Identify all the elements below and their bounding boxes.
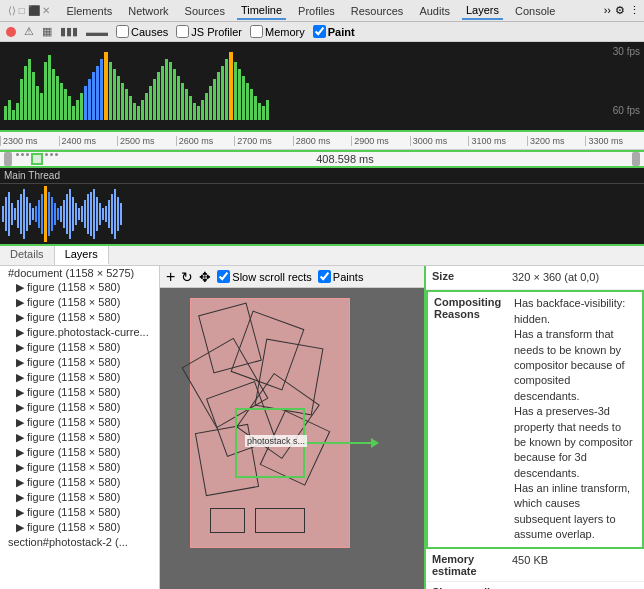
nav-icons: ⟨⟩ □ ⬛ ✕	[4, 3, 54, 18]
compositing-label: Compositing Reasons	[434, 296, 514, 542]
tab-network[interactable]: Network	[124, 3, 172, 19]
selection-bar[interactable]: 408.598 ms	[0, 150, 644, 168]
tick-2500: 2500 ms	[117, 136, 176, 146]
tree-item-figure-photostack[interactable]: ▶ figure.photostack-curre...	[0, 325, 159, 340]
tab-timeline[interactable]: Timeline	[237, 2, 286, 20]
tab-profiles[interactable]: Profiles	[294, 3, 339, 19]
slow-scroll-label[interactable]: Slow scroll rects	[217, 270, 311, 283]
selection-dots	[16, 153, 58, 165]
jsprofiler-checkbox[interactable]	[176, 25, 189, 38]
tab-details[interactable]: Details	[0, 246, 55, 265]
tree-item-figure-13[interactable]: ▶ figure (1158 × 580)	[0, 460, 159, 475]
tree-item-figure-17[interactable]: ▶ figure (1158 × 580)	[0, 520, 159, 535]
tick-2600: 2600 ms	[176, 136, 235, 146]
tick-3300: 3300 ms	[585, 136, 644, 146]
settings-icon[interactable]: ⚙	[615, 4, 625, 17]
layer-label: photostack s...	[245, 435, 307, 447]
tree-item-figure-16[interactable]: ▶ figure (1158 × 580)	[0, 505, 159, 520]
slow-scroll-checkbox[interactable]	[217, 270, 230, 283]
tab-audits[interactable]: Audits	[415, 3, 454, 19]
selection-region[interactable]	[31, 153, 43, 165]
slow-scroll-row: Slow scroll regions	[426, 582, 644, 589]
dots-icon[interactable]: ⋮	[629, 4, 640, 17]
memory-checkbox[interactable]	[250, 25, 263, 38]
layers-tree-panel: #document (1158 × 5275) ▶ figure (1158 ×…	[0, 266, 160, 589]
layer-info-panel: Size 320 × 360 (at 0,0) Compositing Reas…	[424, 266, 644, 589]
tick-2800: 2800 ms	[293, 136, 352, 146]
paints-label[interactable]: Paints	[318, 270, 364, 283]
memory-label: Memory estimate	[432, 553, 512, 577]
flamechart-button[interactable]: ▬▬	[86, 26, 108, 38]
compositing-row: Compositing Reasons Has backface-visibil…	[426, 290, 644, 548]
paints-checkbox[interactable]	[318, 270, 331, 283]
ruler-ticks: 2300 ms 2400 ms 2500 ms 2600 ms 2700 ms …	[0, 136, 644, 146]
filter-button[interactable]: ▦	[42, 25, 52, 38]
selection-handle-right[interactable]	[632, 152, 640, 166]
memory-row: Memory estimate 450 KB	[426, 549, 644, 582]
devtools-toolbar: ⟨⟩ □ ⬛ ✕ Elements Network Sources Timeli…	[0, 0, 644, 22]
tab-layers[interactable]: Layers	[55, 246, 109, 265]
tree-item-figure-15[interactable]: ▶ figure (1158 × 580)	[0, 490, 159, 505]
fps-60-label: 60 fps	[613, 105, 640, 116]
nav-tabs: ⟨⟩ □ ⬛ ✕ Elements Network Sources Timeli…	[4, 2, 559, 20]
plus-icon[interactable]: +	[166, 268, 175, 286]
tree-item-figure-2[interactable]: ▶ figure (1158 × 580)	[0, 295, 159, 310]
timeline-chart-area: 30 fps 60 fps	[0, 42, 644, 132]
selection-arrow	[305, 442, 375, 444]
tick-3000: 3000 ms	[410, 136, 469, 146]
layer-visualization: photostack s...	[160, 288, 424, 589]
tree-item-figure-10[interactable]: ▶ figure (1158 × 580)	[0, 415, 159, 430]
canvas-panel: + ↻ ✥ Slow scroll rects Paints	[160, 266, 424, 589]
tree-item-figure-11[interactable]: ▶ figure (1158 × 580)	[0, 430, 159, 445]
main-thread-header: Main Thread	[0, 168, 644, 184]
causes-checkbox[interactable]	[116, 25, 129, 38]
tree-item-figure-7[interactable]: ▶ figure (1158 × 580)	[0, 370, 159, 385]
size-row: Size 320 × 360 (at 0,0)	[426, 266, 644, 290]
move-icon[interactable]: ✥	[199, 269, 211, 285]
layer-rect-bottom-1	[210, 508, 245, 533]
detail-tabs: Details Layers	[0, 246, 644, 266]
selection-handle-left[interactable]	[4, 152, 12, 166]
slow-scroll-regions-label: Slow scroll regions	[432, 586, 512, 589]
tree-item-figure-5[interactable]: ▶ figure (1158 × 580)	[0, 340, 159, 355]
memory-checkbox-label[interactable]: Memory	[250, 25, 305, 38]
record-button[interactable]	[6, 27, 16, 37]
more-icon[interactable]: ››	[604, 4, 611, 17]
toolbar-right: ›› ⚙ ⋮	[604, 4, 640, 17]
tab-resources[interactable]: Resources	[347, 3, 408, 19]
tick-2300: 2300 ms	[0, 136, 59, 146]
tree-item-figure-1[interactable]: ▶ figure (1158 × 580)	[0, 280, 159, 295]
paint-checkbox[interactable]	[313, 25, 326, 38]
memory-value: 450 KB	[512, 553, 638, 577]
timeline-controls: ⚠ ▦ ▮▮▮ ▬▬ Causes JS Profiler Memory Pai…	[0, 22, 644, 42]
tree-item-figure-8[interactable]: ▶ figure (1158 × 580)	[0, 385, 159, 400]
tree-item-figure-12[interactable]: ▶ figure (1158 × 580)	[0, 445, 159, 460]
tick-2700: 2700 ms	[234, 136, 293, 146]
tree-item-section[interactable]: section#photostack-2 (...	[0, 535, 159, 549]
tree-item-figure-3[interactable]: ▶ figure (1158 × 580)	[0, 310, 159, 325]
rotate-icon[interactable]: ↻	[181, 269, 193, 285]
paint-checkbox-label[interactable]: Paint	[313, 25, 355, 38]
canvas-toolbar: + ↻ ✥ Slow scroll rects Paints	[160, 266, 424, 288]
size-value: 320 × 360 (at 0,0)	[512, 270, 638, 285]
size-label: Size	[432, 270, 512, 285]
fps-30-label: 30 fps	[613, 46, 640, 57]
tab-sources[interactable]: Sources	[181, 3, 229, 19]
causes-checkbox-label[interactable]: Causes	[116, 25, 168, 38]
compositing-value: Has backface-visibility: hidden. Has a t…	[514, 296, 636, 542]
time-ruler: 2300 ms 2400 ms 2500 ms 2600 ms 2700 ms …	[0, 132, 644, 150]
screenshot-button[interactable]: ▮▮▮	[60, 25, 78, 38]
tree-item-figure-9[interactable]: ▶ figure (1158 × 580)	[0, 400, 159, 415]
tab-layers[interactable]: Layers	[462, 2, 503, 20]
tab-elements[interactable]: Elements	[62, 3, 116, 19]
layer-rect-bottom-2	[255, 508, 305, 533]
tab-console[interactable]: Console	[511, 3, 559, 19]
tree-item-figure-14[interactable]: ▶ figure (1158 × 580)	[0, 475, 159, 490]
clear-button[interactable]: ⚠	[24, 25, 34, 38]
jsprofiler-checkbox-label[interactable]: JS Profiler	[176, 25, 242, 38]
thread-bars	[0, 184, 644, 246]
tree-item-figure-6[interactable]: ▶ figure (1158 × 580)	[0, 355, 159, 370]
slow-scroll-regions-value	[512, 586, 638, 589]
tick-2400: 2400 ms	[59, 136, 118, 146]
tree-item-document[interactable]: #document (1158 × 5275)	[0, 266, 159, 280]
